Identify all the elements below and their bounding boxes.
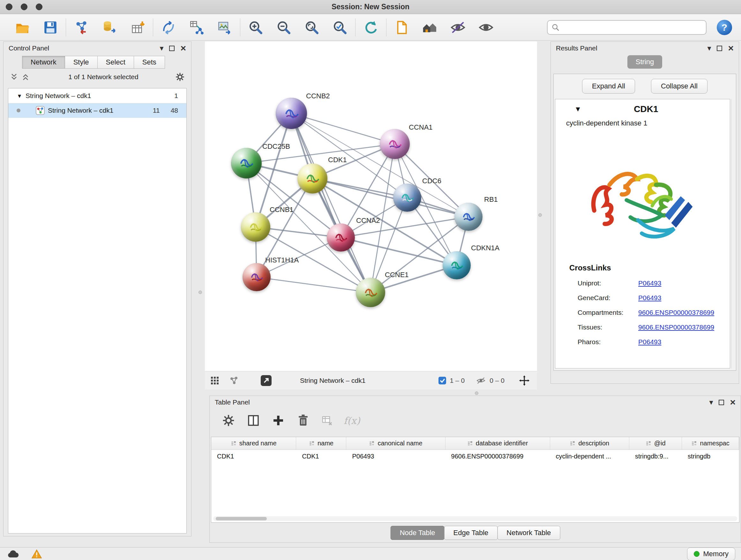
panel-float-icon[interactable] [169,46,175,51]
column-header-database-identifier[interactable]: database identifier [446,437,550,449]
import-network-file-button[interactable] [67,17,95,38]
tab-select[interactable]: Select [97,56,134,69]
share-network-icon[interactable] [229,376,239,385]
network-edge[interactable] [257,277,370,293]
table-cell[interactable]: CDK1 [296,450,346,463]
network-node-cdk1[interactable] [297,164,327,193]
gear-icon[interactable] [175,71,185,82]
panel-close-icon[interactable]: × [180,44,186,53]
open-session-button[interactable] [8,17,37,38]
home-button[interactable] [416,17,444,38]
results-scrollbar[interactable] [731,99,735,368]
import-network-database-button[interactable] [95,17,124,38]
warnings-button[interactable] [29,549,44,559]
table-row[interactable]: CDK1CDK1P064939606.ENSP00000378699cyclin… [211,450,739,463]
memory-status-button[interactable]: Memory [687,548,735,560]
panel-close-icon[interactable]: × [728,44,734,53]
scrollbar-thumb[interactable] [216,517,267,520]
tree-caret-icon[interactable]: ▾ [18,92,21,100]
crosslink-link[interactable]: P06493 [638,294,661,302]
network-edge[interactable] [313,179,468,217]
network-node-ccnb2[interactable] [276,98,307,129]
network-node-hist1h1a[interactable] [243,263,271,291]
zoom-fit-button[interactable] [298,17,326,38]
document-copy-button[interactable] [388,17,416,38]
table-cell[interactable]: stringdb:9... [629,450,682,463]
panel-float-icon[interactable] [719,400,724,405]
table-settings-gear-icon[interactable] [221,413,236,428]
help-button[interactable]: ? [717,20,732,35]
panel-menu-icon[interactable]: ▾ [709,398,713,406]
new-network-button[interactable] [154,17,183,38]
vertical-splitter-handle[interactable] [199,291,202,294]
expand-all-button[interactable]: Expand All [582,79,635,94]
collapse-all-button[interactable]: Collapse All [651,79,708,94]
add-column-icon[interactable] [246,413,261,428]
zoom-selected-button[interactable] [326,17,354,38]
selected-checkbox-icon[interactable] [438,376,447,385]
delete-table-icon[interactable] [321,414,333,427]
hidden-eye-slash-icon[interactable] [475,376,486,385]
tab-string[interactable]: String [627,55,662,69]
expand-all-icon[interactable] [21,72,30,82]
export-image-button[interactable] [211,17,239,38]
tab-edge-table[interactable]: Edge Table [444,526,498,540]
zoom-out-button[interactable] [270,17,298,38]
tab-network-table[interactable]: Network Table [497,526,560,540]
table-cell[interactable]: 9606.ENSP00000378699 [446,450,550,463]
network-node-ccna2[interactable] [327,224,355,252]
column-header-shared-name[interactable]: shared name [211,437,296,449]
column-header-canonical-name[interactable]: canonical name [346,437,445,449]
panel-menu-icon[interactable]: ▾ [707,44,711,52]
network-collection-row[interactable]: ▾ String Network – cdk1 1 [8,88,186,103]
tab-sets[interactable]: Sets [134,56,165,69]
column-header-description[interactable]: description [550,437,630,449]
search-input[interactable] [562,23,702,31]
network-node-rb1[interactable] [455,203,482,231]
right-splitter-handle[interactable] [538,213,542,217]
panel-close-icon[interactable]: × [730,397,736,407]
crosslink-link[interactable]: P06493 [638,338,661,346]
network-node-ccne1[interactable] [356,278,385,307]
section-caret-icon[interactable]: ▼ [575,105,582,113]
gene-section-header[interactable]: ▼ CDK1 [555,99,730,119]
panel-float-icon[interactable] [717,46,722,51]
crosslink-link[interactable]: 9606.ENSP00000378699 [638,309,714,316]
zoom-in-button[interactable] [242,17,270,38]
column-header-name[interactable]: name [296,437,346,449]
cloud-status-button[interactable] [6,549,20,559]
external-link-icon[interactable] [260,374,273,387]
tab-style[interactable]: Style [65,56,98,69]
network-row[interactable]: String Network – cdk1 11 48 [8,103,186,118]
hide-selected-button[interactable] [444,17,472,38]
crosslink-link[interactable]: 9606.ENSP00000378699 [638,323,714,331]
table-cell[interactable]: P06493 [346,450,445,463]
network-node-ccnb1[interactable] [241,212,270,242]
import-table-button[interactable] [124,17,151,38]
panel-menu-icon[interactable]: ▾ [159,44,163,52]
table-cell[interactable]: cyclin-dependent ... [550,450,629,463]
grid-view-icon[interactable] [210,376,219,385]
function-builder-icon[interactable]: f(x) [344,415,360,426]
network-canvas[interactable]: CCNB2CCNA1CDC25BCDK1CDC6RB1CCNB1CCNA2CDK… [205,42,537,371]
network-node-cdc25b[interactable] [231,148,262,179]
tab-node-table[interactable]: Node Table [391,526,445,540]
network-edge[interactable] [291,113,370,293]
refresh-layout-button[interactable] [357,17,385,38]
column-header-namespac[interactable]: namespac [682,437,739,449]
collapse-all-icon[interactable] [9,72,19,82]
delete-trash-icon[interactable] [296,413,311,428]
add-row-plus-icon[interactable] [271,413,286,428]
crosslink-link[interactable]: P06493 [638,279,661,287]
table-cell[interactable]: CDK1 [211,450,296,463]
network-node-cdc6[interactable] [393,184,421,212]
column-header--id[interactable]: @id [629,437,682,449]
table-cell[interactable]: stringdb [682,450,739,463]
network-node-cdkn1a[interactable] [443,251,471,279]
pan-crosshair-icon[interactable] [519,375,530,386]
tab-network[interactable]: Network [22,56,65,69]
network-edge[interactable] [291,113,395,144]
horizontal-splitter-handle[interactable] [475,391,478,395]
network-from-table-button[interactable] [183,17,211,38]
network-node-ccna1[interactable] [380,129,410,159]
